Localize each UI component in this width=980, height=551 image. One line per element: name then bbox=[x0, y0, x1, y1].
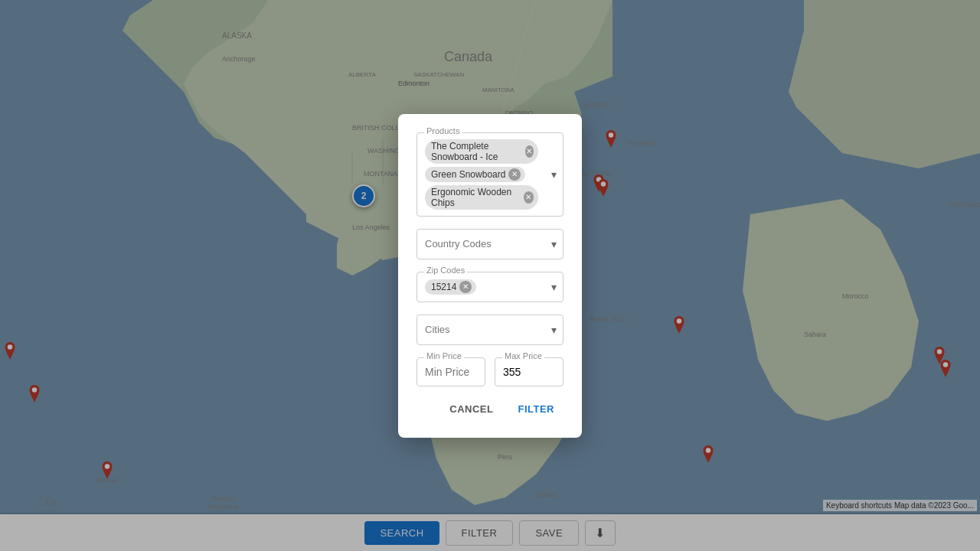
product-chip-1-remove[interactable]: ✕ bbox=[525, 145, 534, 158]
product-chip-3-label: Ergonomic Wooden Chips bbox=[431, 187, 521, 208]
zip-chip-1: 15214 ✕ bbox=[425, 279, 476, 295]
country-codes-label: Country Codes bbox=[425, 238, 492, 249]
products-field: Products The Complete Snowboard - Ice ✕ … bbox=[416, 132, 564, 217]
cancel-button[interactable]: CANCEL bbox=[440, 399, 502, 419]
zip-chip-1-label: 15214 bbox=[431, 282, 456, 292]
zip-chip-1-remove[interactable]: ✕ bbox=[459, 281, 472, 293]
product-chip-3: Ergonomic Wooden Chips ✕ bbox=[425, 185, 538, 210]
product-chip-1: The Complete Snowboard - Ice ✕ bbox=[425, 139, 538, 164]
max-price-input[interactable] bbox=[495, 357, 564, 386]
price-row: Min Price Max Price bbox=[416, 357, 564, 386]
cities-label: Cities bbox=[425, 324, 450, 335]
product-chip-2-label: Green Snowboard bbox=[431, 169, 505, 180]
filter-button[interactable]: FILTER bbox=[508, 399, 564, 419]
min-price-field: Min Price bbox=[416, 357, 485, 386]
zip-codes-input[interactable]: 15214 ✕ ▾ bbox=[416, 272, 564, 302]
max-price-label: Max Price bbox=[502, 351, 544, 360]
modal-actions: CANCEL FILTER bbox=[416, 399, 564, 419]
product-chip-2: Green Snowboard ✕ bbox=[425, 167, 525, 182]
cities-input[interactable]: Cities ▾ bbox=[416, 315, 564, 345]
zip-codes-label: Zip Codes bbox=[424, 266, 467, 275]
filter-modal: Products The Complete Snowboard - Ice ✕ … bbox=[398, 114, 582, 438]
product-chip-2-remove[interactable]: ✕ bbox=[508, 168, 521, 181]
cities-dropdown-arrow: ▾ bbox=[551, 324, 557, 336]
product-chip-1-label: The Complete Snowboard - Ice bbox=[431, 141, 522, 162]
min-price-label: Min Price bbox=[424, 351, 464, 360]
product-chip-3-remove[interactable]: ✕ bbox=[524, 191, 534, 204]
country-codes-field: Country Codes ▾ bbox=[416, 229, 564, 259]
products-dropdown-arrow: ▾ bbox=[551, 168, 557, 181]
modal-overlay: Products The Complete Snowboard - Ice ✕ … bbox=[0, 0, 980, 551]
min-price-input[interactable] bbox=[416, 357, 485, 386]
max-price-field: Max Price bbox=[495, 357, 564, 386]
products-input[interactable]: The Complete Snowboard - Ice ✕ Green Sno… bbox=[416, 132, 564, 217]
cities-field: Cities ▾ bbox=[416, 315, 564, 345]
country-codes-dropdown-arrow: ▾ bbox=[551, 238, 557, 250]
products-label: Products bbox=[424, 126, 462, 135]
country-codes-input[interactable]: Country Codes ▾ bbox=[416, 229, 564, 259]
zip-codes-dropdown-arrow: ▾ bbox=[551, 281, 557, 293]
zip-codes-field: Zip Codes 15214 ✕ ▾ bbox=[416, 272, 564, 302]
